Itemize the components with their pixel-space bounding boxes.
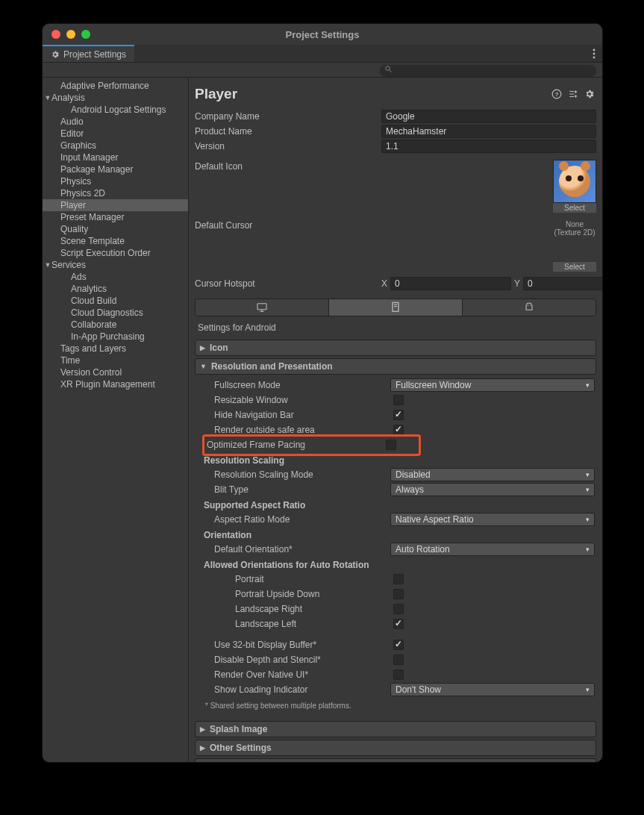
platform-dedicated-server-tab[interactable] (329, 299, 463, 316)
tab-bar: Project Settings (43, 45, 602, 63)
sidebar-item-label: Analytics (71, 284, 107, 294)
help-button[interactable]: ? (550, 87, 563, 101)
sidebar-item-label: Package Manager (60, 164, 133, 175)
sidebar-item-label: Adaptive Performance (60, 81, 149, 91)
search-input[interactable] (380, 65, 596, 77)
sidebar-item-analytics[interactable]: Analytics (43, 283, 188, 295)
blit-type-label: Blit Type (204, 484, 390, 495)
sidebar-item-audio[interactable]: Audio (43, 116, 188, 128)
chevron-down-icon: ▾ (586, 486, 590, 493)
sidebar-item-label: Services (51, 260, 86, 270)
sidebar-item-label: Script Execution Order (60, 248, 151, 258)
optimized-frame-pacing-checkbox[interactable] (386, 440, 396, 450)
tab-project-settings[interactable]: Project Settings (43, 45, 134, 62)
depth-stencil-checkbox[interactable] (393, 655, 404, 665)
preset-button[interactable] (566, 87, 580, 101)
landscape-right-checkbox[interactable] (393, 604, 404, 614)
sidebar-item-android-logcat-settings[interactable]: Android Logcat Settings (43, 104, 188, 116)
chevron-down-icon: ▼ (44, 94, 51, 102)
platform-android-tab[interactable] (463, 299, 595, 316)
sidebar-item-package-manager[interactable]: Package Manager (43, 163, 188, 175)
default-icon-thumbnail[interactable] (553, 160, 596, 203)
resizable-window-checkbox[interactable] (393, 395, 404, 405)
allowed-orientations-header: Allowed Orientations for Auto Rotation (195, 557, 595, 572)
sidebar-item-script-execution-order[interactable]: Script Execution Order (43, 247, 188, 259)
fold-publishing-settings[interactable]: ▶Publishing Settings (195, 758, 596, 762)
scaling-mode-dropdown[interactable]: Disabled▾ (390, 468, 595, 481)
sidebar-item-player[interactable]: Player (43, 199, 188, 211)
titlebar: Project Settings (43, 24, 602, 45)
sidebar-item-adaptive-performance[interactable]: Adaptive Performance (43, 80, 188, 92)
portrait-upside-down-checkbox[interactable] (393, 589, 404, 599)
default-icon-select-button[interactable]: Select (553, 203, 596, 213)
aspect-ratio-header: Supported Aspect Ratio (195, 497, 595, 512)
android-icon (523, 302, 535, 313)
chevron-down-icon: ▼ (44, 261, 51, 269)
version-input[interactable] (381, 140, 596, 153)
landscape-left-label: Landscape Left (204, 619, 390, 629)
server-icon (390, 302, 401, 313)
sidebar-item-physics-2d[interactable]: Physics 2D (43, 187, 188, 199)
sidebar-item-collaborate[interactable]: Collaborate (43, 319, 188, 331)
window: Project Settings Project Settings Adapti… (42, 23, 603, 763)
landscape-left-checkbox[interactable] (393, 619, 404, 629)
hotspot-x-input[interactable] (390, 277, 511, 290)
sidebar-item-label: Android Logcat Settings (71, 104, 166, 115)
sidebar-item-quality[interactable]: Quality (43, 223, 188, 235)
default-orientation-label: Default Orientation* (204, 544, 390, 555)
sidebar-item-input-manager[interactable]: Input Manager (43, 152, 188, 163)
sidebar-item-cloud-build[interactable]: Cloud Build (43, 295, 188, 307)
fold-other-settings[interactable]: ▶Other Settings (195, 740, 596, 756)
sidebar-item-label: Cloud Diagnostics (71, 307, 143, 318)
sidebar-item-cloud-diagnostics[interactable]: Cloud Diagnostics (43, 307, 188, 319)
svg-point-14 (530, 305, 531, 306)
tab-label: Project Settings (63, 49, 126, 60)
display-buffer-checkbox[interactable] (393, 640, 404, 650)
sidebar-item-editor[interactable]: Editor (43, 128, 188, 140)
portrait-checkbox[interactable] (393, 574, 404, 584)
settings-button[interactable] (583, 87, 596, 101)
aspect-mode-dropdown[interactable]: Native Aspect Ratio▾ (390, 513, 595, 526)
sidebar-item-physics[interactable]: Physics (43, 175, 188, 187)
sidebar-item-services[interactable]: ▼Services (43, 259, 188, 271)
sidebar-item-in-app-purchasing[interactable]: In-App Purchasing (43, 331, 188, 343)
fold-resolution-presentation[interactable]: ▼Resolution and Presentation (195, 358, 596, 375)
platform-standalone-tab[interactable] (196, 299, 329, 316)
sidebar-item-analysis[interactable]: ▼Analysis (43, 92, 188, 104)
sidebar-item-preset-manager[interactable]: Preset Manager (43, 211, 188, 223)
fold-splash-image[interactable]: ▶Splash Image (195, 721, 596, 737)
fullscreen-mode-label: Fullscreen Mode (204, 380, 390, 390)
sidebar-item-label: Physics (60, 176, 91, 187)
sidebar-item-ads[interactable]: Ads (43, 271, 188, 283)
native-ui-checkbox[interactable] (393, 669, 404, 680)
sidebar-item-time[interactable]: Time (43, 355, 188, 366)
render-safe-area-checkbox[interactable] (393, 425, 404, 435)
optimized-frame-pacing-label: Optimized Frame Pacing (196, 440, 383, 450)
loading-indicator-dropdown[interactable]: Don't Show▾ (390, 683, 595, 696)
sidebar-item-xr-plugin-management[interactable]: XR Plugin Management (43, 378, 188, 390)
sidebar-item-scene-template[interactable]: Scene Template (43, 235, 188, 247)
landscape-right-label: Landscape Right (204, 604, 390, 614)
product-name-input[interactable] (381, 125, 596, 138)
tab-menu-button[interactable] (586, 45, 602, 62)
sidebar-item-version-control[interactable]: Version Control (43, 366, 188, 378)
svg-rect-10 (393, 302, 398, 311)
cursor-hotspot-label: Cursor Hotspot (195, 278, 381, 289)
default-orientation-dropdown[interactable]: Auto Rotation▾ (390, 543, 595, 556)
hide-nav-checkbox[interactable] (393, 410, 404, 420)
sidebar-item-label: Preset Manager (60, 212, 124, 222)
default-cursor-select-button[interactable]: Select (553, 262, 596, 272)
sidebar-item-label: Tags and Layers (60, 343, 126, 354)
sidebar-item-tags-and-layers[interactable]: Tags and Layers (43, 343, 188, 355)
render-safe-area-label: Render outside safe area (204, 425, 390, 435)
fullscreen-mode-dropdown[interactable]: Fullscreen Window▾ (390, 378, 595, 392)
hotspot-y-input[interactable] (523, 277, 602, 290)
company-name-input[interactable] (381, 110, 596, 123)
fold-icon[interactable]: ▶Icon (195, 340, 596, 356)
product-name-label: Product Name (195, 126, 381, 137)
chevron-down-icon: ▾ (586, 546, 590, 553)
default-cursor-thumbnail[interactable]: None (Texture 2D) (553, 219, 596, 262)
sidebar-item-label: Ads (71, 272, 87, 282)
blit-type-dropdown[interactable]: Always▾ (390, 483, 595, 496)
sidebar-item-graphics[interactable]: Graphics (43, 140, 188, 152)
